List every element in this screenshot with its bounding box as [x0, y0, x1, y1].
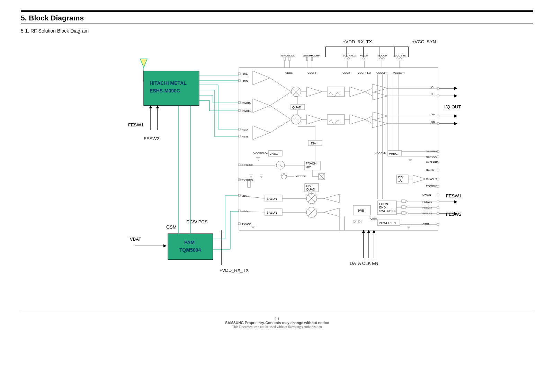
subsection-title: 5-1. RF Solution Block Diagram: [21, 28, 533, 34]
svg-text:VCCCP: VCCCP: [296, 175, 306, 178]
svg-text:DIV: DIV: [311, 142, 316, 145]
svg-text:VCCSYN: VCCSYN: [393, 71, 405, 74]
pam-block: [168, 234, 213, 260]
rail-vcc-syn: +VCC_SYN: [412, 39, 436, 44]
svg-rect-71: [238, 73, 240, 75]
svg-text:QUAD: QUAD: [292, 106, 302, 109]
svg-marker-202: [353, 220, 356, 223]
svg-rect-218: [402, 206, 405, 208]
svg-text:VCCSYN: VCCSYN: [395, 54, 406, 57]
svg-marker-217: [405, 200, 408, 203]
svg-line-91: [270, 78, 291, 92]
svg-line-112: [365, 92, 372, 96]
svg-text:VCCCP: VCCCP: [376, 71, 386, 74]
svg-rect-99: [327, 87, 345, 97]
svg-marker-103: [350, 87, 365, 97]
svg-text:HBIA: HBIA: [242, 128, 248, 131]
svg-text:DATA CLK EN: DATA CLK EN: [350, 261, 378, 266]
svg-text:VCCRFLO: VCCRFLO: [253, 152, 267, 155]
section-title: 5. Block Diagrams: [21, 14, 533, 22]
fesw2-left-label: FESW2: [144, 136, 159, 141]
title-underline: [21, 24, 533, 24]
svg-marker-82: [253, 71, 270, 85]
fem-line2: ESHS-M090C: [150, 88, 180, 93]
svg-marker-95: [306, 87, 322, 97]
svg-text:POWER EN: POWER EN: [379, 221, 396, 225]
svg-marker-107: [372, 84, 388, 92]
svg-rect-79: [238, 194, 240, 196]
gsm-label: GSM: [166, 224, 177, 230]
svg-text:VCCSYN: VCCSYN: [375, 152, 386, 155]
fesw2-right-label: FESW2: [446, 212, 462, 217]
svg-text:CLKOUT: CLKOUT: [426, 178, 437, 181]
svg-text:BALUN: BALUN: [267, 197, 277, 201]
fesw1-left-label: FESW1: [128, 122, 144, 127]
svg-rect-34: [284, 57, 285, 61]
svg-text:VREG: VREG: [389, 152, 398, 155]
svg-marker-108: [372, 92, 388, 100]
svg-rect-73: [238, 101, 240, 104]
svg-text:SWBIB: SWBIB: [242, 109, 251, 113]
top-heavy-rule: [21, 10, 533, 12]
svg-marker-190: [324, 194, 339, 203]
footer-proprietary: SAMSUNG Proprietary-Contents may change …: [21, 321, 533, 325]
synth-area: DIV VREG VCCRFLO VREG VCCSYN FRACNDIV: [239, 126, 439, 195]
svg-text:VDDL: VDDL: [285, 71, 293, 74]
top-cap-row: GNDL VDDL VDDL GNDRF VCCRF VCCRF VCCRFLO…: [281, 54, 406, 74]
chip-left-ports: LBIA LBIB SWBIA SWBIB HBIA HBIB RFTUNE E…: [238, 73, 253, 226]
svg-marker-221: [405, 212, 408, 214]
svg-text:VCCRF: VCCRF: [307, 71, 317, 74]
page-number: 5-1: [21, 317, 533, 321]
svg-text:VCCIF: VCCIF: [360, 54, 368, 57]
tx-chain: BALUN BALUN: [240, 193, 339, 229]
svg-line-113: [365, 116, 372, 119]
svg-line-114: [365, 119, 372, 124]
svg-rect-80: [238, 210, 240, 212]
svg-marker-163: [412, 175, 426, 183]
svg-rect-41: [306, 57, 308, 61]
svg-text:LBIA: LBIA: [242, 73, 248, 76]
power-bus: [377, 74, 398, 199]
svg-marker-191: [324, 208, 339, 216]
svg-rect-220: [402, 212, 405, 214]
dcs-pcs-label: DCS/ PCS: [186, 219, 208, 224]
svg-marker-109: [372, 112, 388, 120]
svg-text:REFIN: REFIN: [426, 168, 434, 171]
svg-rect-35: [289, 57, 290, 61]
svg-text:VCCCP: VCCCP: [377, 54, 387, 57]
svg-text:IA: IA: [431, 85, 434, 88]
footer-auth: This Document can not be used without Sa…: [21, 325, 533, 329]
svg-rect-74: [238, 109, 240, 112]
svg-text:VDDL: VDDL: [370, 217, 378, 221]
vbat-label: VBAT: [130, 237, 141, 242]
svg-marker-84: [253, 126, 270, 140]
svg-rect-216: [402, 200, 405, 203]
svg-text:+VDD_RX_TX: +VDD_RX_TX: [220, 268, 249, 273]
svg-text:VCCRF: VCCRF: [310, 54, 320, 57]
svg-rect-42: [311, 57, 313, 61]
svg-text:QB: QB: [431, 121, 435, 124]
svg-text:VREG: VREG: [269, 152, 278, 155]
rail-vdd-rx-tx: +VDD_RX_TX: [343, 39, 372, 44]
svg-marker-104: [350, 115, 365, 124]
svg-text:3WB: 3WB: [357, 209, 364, 212]
svg-marker-83: [253, 99, 270, 113]
rx-chain: QUAD: [253, 71, 461, 140]
svg-text:HBIB: HBIB: [242, 135, 248, 138]
svg-text:VCCIF: VCCIF: [342, 71, 351, 74]
svg-text:SWBIA: SWBIA: [242, 101, 251, 105]
svg-text:EXTRES: EXTRES: [242, 179, 253, 182]
svg-rect-77: [238, 164, 240, 166]
svg-text:LBIB: LBIB: [242, 80, 248, 83]
svg-text:QA: QA: [431, 113, 435, 116]
block-diagram: +VDD_RX_TX +VCC_SYN HITACHI METAL ESHS-M…: [76, 36, 478, 306]
svg-text:SWON: SWON: [422, 193, 431, 196]
svg-marker-7: [140, 59, 147, 68]
svg-marker-204: [358, 220, 361, 223]
svg-line-93: [270, 106, 291, 119]
ctrl-area: 3WB FRONTENDSWITCHES POWER EN VDDL SWON …: [353, 193, 462, 229]
svg-text:VCCRFLO: VCCRFLO: [358, 71, 371, 74]
fesw1-right-label: FESW1: [446, 193, 462, 198]
page-footer: 5-1 SAMSUNG Proprietary-Contents may cha…: [21, 317, 533, 329]
pam-line2: TQM5004: [179, 247, 201, 253]
